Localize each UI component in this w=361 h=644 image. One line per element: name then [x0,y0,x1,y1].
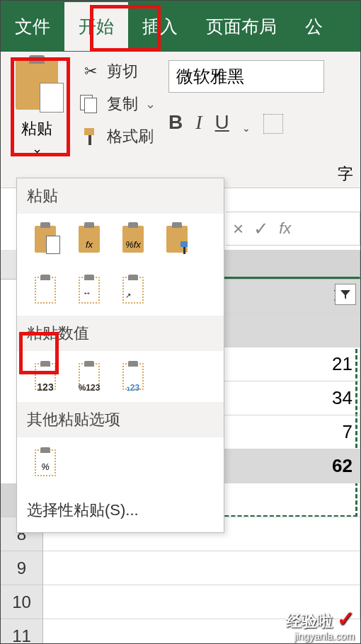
menu-insert[interactable]: 插入 [128,2,192,51]
watermark-text: 经验啦 [286,612,333,630]
bold-button[interactable]: B [168,111,183,134]
paste-values-button[interactable]: 123 [27,358,64,395]
paste-label: 粘贴 [21,118,52,139]
paste-values-options: 123 %123 ₁23 [17,351,224,402]
empty-row-10 [43,551,360,585]
scissors-icon: ✂ [80,61,101,82]
row-header-10[interactable]: 10 [1,585,43,619]
clipboard-actions: ✂ 剪切 复制 ⌄ 格式刷 [80,60,156,158]
copy-icon [80,93,101,115]
filter-button[interactable] [335,284,356,305]
cancel-icon[interactable]: × [233,218,243,240]
page-icon [40,83,64,113]
row-header-11[interactable]: 11 [1,619,43,644]
copy-label: 复制 [107,93,138,115]
menu-home[interactable]: 开始 [64,2,128,51]
cut-label: 剪切 [107,61,138,82]
format-painter-label: 格式刷 [107,126,154,147]
copy-dropdown-icon[interactable]: ⌄ [145,96,156,112]
paste-special-menu[interactable]: 选择性粘贴(S)... [17,488,224,532]
format-painter-button[interactable]: 格式刷 [80,125,156,148]
paste-icon[interactable] [16,60,58,110]
paste-group: 粘贴 ⌄ [6,60,67,158]
paste-option-column-width[interactable]: ↔ [71,272,108,309]
fx-icon[interactable]: fx [279,219,291,238]
menu-file[interactable]: 文件 [1,2,64,51]
ribbon: 粘贴 ⌄ ✂ 剪切 复制 ⌄ 格式刷 微软雅黑 B I U ⌄ [1,52,360,162]
copy-button[interactable]: 复制 ⌄ [80,93,156,115]
paste-option-no-border[interactable] [27,272,64,309]
paste-values-section-label: 粘贴数值 [17,316,224,351]
watermark-check-icon: ✓ [337,607,355,631]
font-style-buttons: B I U ⌄ [168,105,324,134]
menu-page-layout[interactable]: 页面布局 [192,2,291,51]
paste-section-label: 粘贴 [17,178,224,214]
watermark-url: jingyanla.com [286,632,355,640]
paste-options-row2: ↔ ↗ [17,265,224,316]
brush-icon [80,126,101,147]
paste-option-default[interactable] [27,221,64,258]
paste-options-row1: fx %fx [17,214,224,265]
font-name-select[interactable]: 微软雅黑 [168,60,324,93]
border-icon[interactable] [263,114,283,134]
row-header-9[interactable]: 9 [1,551,43,585]
menu-more[interactable]: 公 [291,2,327,51]
paste-dropdown-menu: 粘贴 fx %fx ↔ ↗ 粘贴数值 123 %123 ₁23 其他粘贴选项 %… [16,178,224,533]
paste-dropdown-arrow[interactable]: ⌄ [6,141,67,156]
confirm-icon[interactable]: ✓ [253,218,269,240]
underline-dropdown-icon[interactable]: ⌄ [242,122,251,134]
paste-values-number-format[interactable]: %123 [71,358,108,395]
cut-button[interactable]: ✂ 剪切 [80,60,156,83]
paste-other-section-label: 其他粘贴选项 [17,402,224,437]
underline-button[interactable]: U [215,111,229,134]
paste-values-source-format[interactable]: ₁23 [115,358,151,395]
paste-other-pct[interactable]: % [27,444,64,481]
watermark: 经验啦 ✓ jingyanla.com [286,606,355,640]
font-group: 微软雅黑 B I U ⌄ [168,60,324,158]
paste-option-transpose[interactable]: ↗ [115,272,151,309]
italic-button[interactable]: I [195,111,202,134]
paste-other-options: % [17,437,224,488]
paste-option-formulas[interactable]: fx [71,221,108,258]
paste-option-source-format[interactable] [159,221,195,258]
formula-bar: × ✓ fx [226,212,360,246]
menu-bar: 文件 开始 插入 页面布局 公 [1,1,360,52]
paste-option-formulas-number[interactable]: %fx [115,221,151,258]
